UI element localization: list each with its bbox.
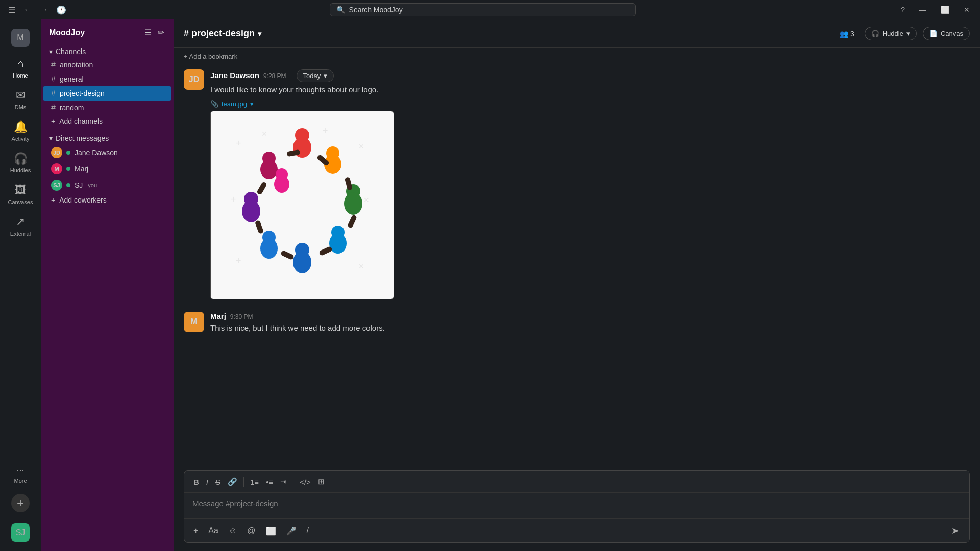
message-input[interactable]: Message #project-design bbox=[184, 493, 969, 518]
svg-point-15 bbox=[329, 233, 347, 254]
code-button[interactable]: </> bbox=[297, 475, 314, 488]
svg-text:+: + bbox=[323, 126, 328, 136]
strikethrough-button[interactable]: S bbox=[212, 475, 224, 488]
sidebar-item-general[interactable]: # general bbox=[43, 72, 172, 86]
dm-icon: ✉ bbox=[16, 89, 25, 102]
dm-header[interactable]: ▾ Direct messages bbox=[41, 132, 174, 144]
rail-item-more[interactable]: ··· More bbox=[3, 461, 38, 488]
sidebar-item-project-design[interactable]: # project-design bbox=[43, 86, 172, 101]
canvas-button[interactable]: 📄 Canvas bbox=[923, 27, 970, 40]
rail-avatar: M bbox=[3, 24, 38, 51]
today-dropdown-icon: ▾ bbox=[324, 72, 327, 80]
sidebar-item-sj[interactable]: SJ SJ you bbox=[43, 177, 172, 193]
code-icon: </> bbox=[300, 478, 311, 486]
file-name[interactable]: 📎 team.jpg ▾ bbox=[210, 100, 970, 108]
editor-bottom: + Aa ☺ @ ⬜ 🎤 bbox=[184, 518, 969, 542]
workspace-logo: M bbox=[11, 29, 30, 47]
video-button[interactable]: ⬜ bbox=[263, 524, 279, 538]
rail-item-home[interactable]: ⌂ Home bbox=[3, 53, 38, 83]
rail-item-huddles[interactable]: 🎧 Huddles bbox=[3, 148, 38, 178]
mic-button[interactable]: 🎤 bbox=[283, 524, 300, 538]
filter-icon-button[interactable]: ☰ bbox=[143, 27, 153, 38]
huddle-button[interactable]: 🎧 Huddle ▾ bbox=[865, 27, 917, 40]
message-1-sender: Jane Dawson bbox=[210, 71, 259, 80]
members-button[interactable]: 👥 3 bbox=[836, 28, 859, 40]
channel-dropdown-icon[interactable]: ▾ bbox=[258, 30, 261, 38]
rail-huddles-label: Huddles bbox=[10, 167, 31, 173]
send-button[interactable]: ➤ bbox=[947, 523, 963, 538]
huddles-icon: 🎧 bbox=[14, 152, 28, 165]
titlebar-left: ☰ ← → 🕐 bbox=[6, 3, 68, 17]
editor-placeholder: Message #project-design bbox=[192, 499, 278, 508]
svg-text:+: + bbox=[231, 194, 236, 205]
search-bar[interactable]: 🔍 Search MoodJoy bbox=[330, 3, 636, 16]
svg-rect-30 bbox=[318, 245, 333, 256]
hamburger-menu[interactable]: ☰ bbox=[6, 3, 17, 17]
channels-header[interactable]: ▾ Channels bbox=[41, 45, 174, 58]
strike-icon: S bbox=[215, 478, 220, 486]
workspace-name[interactable]: MoodJoy bbox=[49, 28, 85, 37]
indent-button[interactable]: ⇥ bbox=[277, 475, 290, 488]
rail-item-canvases[interactable]: 🖼 Canvases bbox=[3, 180, 38, 209]
forward-button[interactable]: → bbox=[38, 3, 50, 16]
today-badge[interactable]: Today ▾ bbox=[297, 69, 334, 82]
rail-item-external[interactable]: ↗ External bbox=[3, 211, 38, 241]
add-channels-icon: + bbox=[51, 117, 55, 126]
mention-button[interactable]: @ bbox=[244, 524, 258, 537]
titlebar: ☰ ← → 🕐 🔍 Search MoodJoy ? — ⬜ ✕ bbox=[0, 0, 980, 19]
add-bookmark-button[interactable]: + Add a bookmark bbox=[184, 53, 237, 60]
sidebar-item-annotation[interactable]: # annotation bbox=[43, 58, 172, 72]
emoji-picker-icon: ☺ bbox=[229, 526, 237, 535]
members-icon: 👥 bbox=[840, 30, 848, 38]
compose-icon-button[interactable]: ✏ bbox=[157, 27, 165, 38]
minimize-button[interactable]: — bbox=[915, 4, 930, 16]
slash-button[interactable]: / bbox=[304, 524, 312, 537]
font-button[interactable]: Aa bbox=[205, 524, 222, 537]
add-channels-item[interactable]: + Add channels bbox=[43, 115, 172, 128]
rail-item-activity[interactable]: 🔔 Activity bbox=[3, 116, 38, 146]
help-button[interactable]: ? bbox=[897, 4, 909, 16]
dm-label: Direct messages bbox=[56, 134, 109, 142]
svg-rect-28 bbox=[345, 177, 353, 191]
close-button[interactable]: ✕ bbox=[960, 4, 974, 16]
svg-point-23 bbox=[260, 160, 278, 179]
sidebar-item-marj[interactable]: M Marj bbox=[43, 161, 172, 177]
svg-point-21 bbox=[242, 200, 260, 222]
rail-external-label: External bbox=[10, 231, 31, 237]
hash-icon: # bbox=[51, 60, 56, 69]
image-preview: + ✕ + ✕ + ✕ + ✕ bbox=[210, 111, 394, 299]
add-coworkers-item[interactable]: + Add coworkers bbox=[43, 193, 172, 207]
bookmark-label: Add a bookmark bbox=[189, 53, 238, 60]
rail-user-avatar[interactable]: SJ bbox=[3, 519, 38, 546]
sidebar-item-random[interactable]: # random bbox=[43, 101, 172, 115]
toolbar-divider-1 bbox=[243, 477, 244, 487]
add-button[interactable]: + bbox=[190, 524, 201, 537]
italic-button[interactable]: I bbox=[203, 475, 211, 488]
bullet-list-button[interactable]: •≡ bbox=[263, 475, 276, 488]
bold-button[interactable]: B bbox=[190, 475, 202, 488]
back-button[interactable]: ← bbox=[21, 3, 34, 16]
send-icon: ➤ bbox=[951, 525, 959, 536]
block-button[interactable]: ⊞ bbox=[315, 475, 328, 488]
message-2-text: This is nice, but I think we need to add… bbox=[210, 322, 970, 334]
link-icon: 🔗 bbox=[228, 477, 237, 486]
maximize-button[interactable]: ⬜ bbox=[937, 4, 953, 16]
font-icon: Aa bbox=[208, 526, 218, 535]
channel-title: # project-design ▾ bbox=[184, 28, 261, 39]
history-button[interactable]: 🕐 bbox=[54, 3, 68, 17]
mic-icon: 🎤 bbox=[286, 527, 297, 535]
emoji-picker-button[interactable]: ☺ bbox=[226, 524, 240, 537]
ordered-list-button[interactable]: 1≡ bbox=[247, 475, 262, 488]
link-button[interactable]: 🔗 bbox=[225, 475, 240, 488]
sidebar-item-jane[interactable]: JD Jane Dawson bbox=[43, 144, 172, 161]
file-icon: 📎 bbox=[210, 100, 218, 108]
italic-icon: I bbox=[206, 478, 208, 486]
add-coworkers-icon: + bbox=[51, 196, 55, 204]
svg-text:✕: ✕ bbox=[261, 130, 267, 138]
toolbar-divider-2 bbox=[293, 477, 293, 487]
svg-rect-29 bbox=[347, 214, 357, 229]
rail-item-dms[interactable]: ✉ DMs bbox=[3, 85, 38, 114]
rail-add-button[interactable]: + bbox=[3, 490, 38, 517]
icon-rail: M ⌂ Home ✉ DMs 🔔 Activity 🎧 Huddles 🖼 Ca… bbox=[0, 19, 41, 551]
slash-icon: / bbox=[307, 526, 309, 535]
